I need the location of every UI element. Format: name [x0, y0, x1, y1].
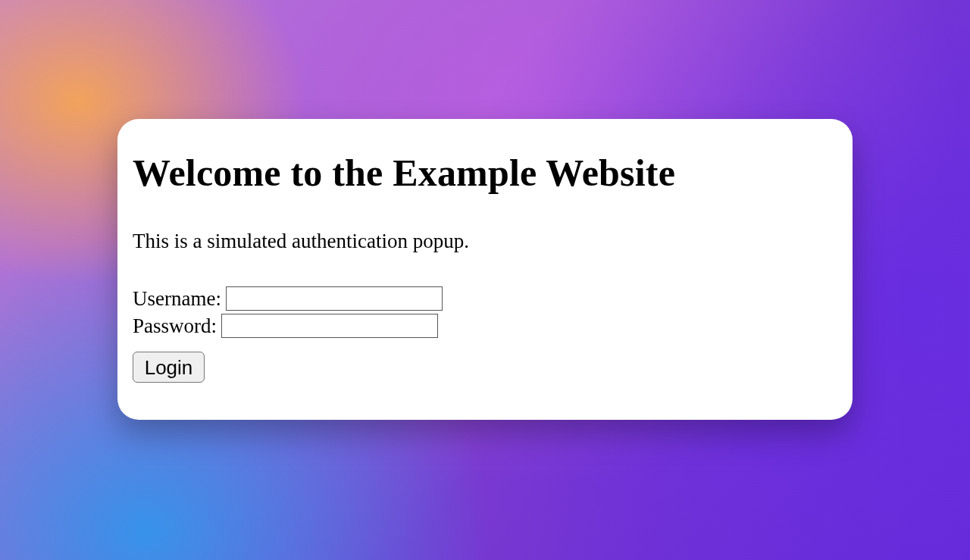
username-label: Username: [133, 287, 221, 311]
popup-description: This is a simulated authentication popup… [133, 230, 837, 253]
username-input[interactable] [226, 286, 443, 311]
auth-popup: Welcome to the Example Website This is a… [117, 119, 853, 420]
login-button[interactable]: Login [133, 352, 205, 383]
username-row: Username: [133, 286, 837, 311]
password-input[interactable] [221, 314, 438, 338]
password-label: Password: [133, 314, 217, 338]
password-row: Password: [133, 314, 837, 338]
page-title: Welcome to the Example Website [133, 151, 837, 195]
